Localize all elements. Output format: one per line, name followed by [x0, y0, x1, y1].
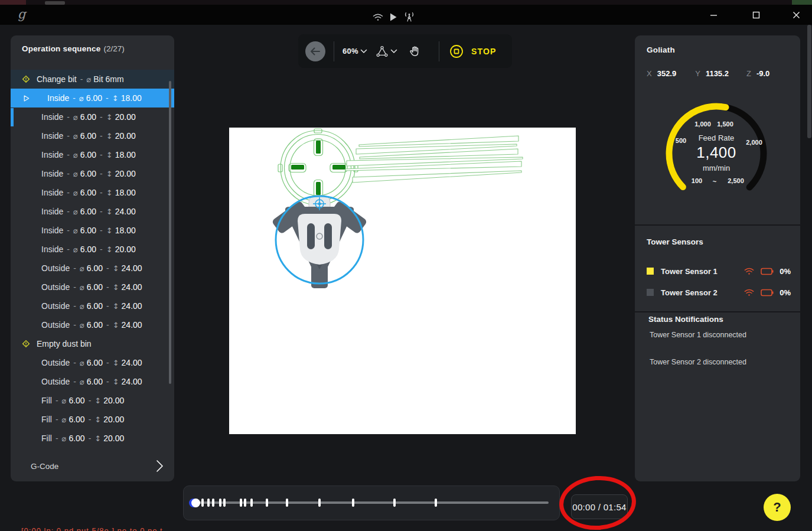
x-value: 352.9: [657, 69, 677, 78]
window-scrollbar[interactable]: [807, 25, 811, 138]
pan-tool-button[interactable]: [408, 44, 421, 58]
sensor-color-swatch: [647, 289, 654, 296]
timeline-track[interactable]: [194, 501, 549, 504]
operation-row[interactable]: Inside-⌀6.00-↕20.00: [11, 164, 174, 183]
operation-row[interactable]: Fill-⌀6.00-↕20.00: [11, 429, 174, 448]
machine-name: Goliath: [647, 45, 675, 54]
operation-row[interactable]: Inside-⌀6.00-↕20.00: [11, 107, 174, 126]
operation-row[interactable]: Outside-⌀6.00-↕24.00: [11, 278, 174, 297]
operation-row[interactable]: Inside-⌀6.00-↕20.00: [11, 240, 174, 259]
sensor-label: Tower Sensor 2: [661, 288, 743, 297]
y-value: 1135.2: [706, 69, 729, 78]
z-value: -9.0: [756, 69, 769, 78]
view-mode-dropdown[interactable]: [376, 45, 397, 57]
view-cone-icon: [376, 45, 389, 57]
operation-row[interactable]: Outside-⌀6.00-↕24.00: [11, 259, 174, 278]
timeline-tick: [207, 499, 210, 507]
help-label: ?: [773, 500, 781, 515]
titlebar: g: [0, 5, 812, 25]
play-status-icon: [389, 12, 397, 24]
operation-row[interactable]: Fill-⌀6.00-↕20.00: [11, 410, 174, 429]
operation-row[interactable]: Inside-⌀6.00-↕18.00: [11, 145, 174, 164]
gauge-title: Feed Rate: [699, 133, 735, 142]
x-label: X: [647, 69, 652, 78]
sensor-label: Tower Sensor 1: [661, 267, 743, 276]
feed-rate-unit: mm/min: [703, 164, 730, 172]
top-edge-artifact: [0, 0, 812, 5]
zoom-value: 60%: [343, 47, 358, 56]
operation-row[interactable]: Outside-⌀6.00-↕24.00: [11, 315, 174, 334]
machine-coordinates: X 352.9 Y 1135.2 Z -9.0: [647, 69, 769, 78]
slot-fills: [291, 141, 345, 195]
antenna-status-icon: [402, 12, 416, 25]
zoom-dropdown[interactable]: 60%: [343, 47, 367, 56]
timeline-tick: [240, 499, 242, 507]
minimize-button[interactable]: [700, 5, 726, 25]
job-canvas[interactable]: [229, 128, 576, 434]
sensor-row: Tower Sensor 10%: [647, 264, 791, 278]
operation-row[interactable]: Inside-⌀6.00-↕20.00: [11, 126, 174, 145]
machine-panel: Goliath X 352.9 Y 1135.2 Z -9.0 1,000 1,…: [635, 35, 800, 481]
operation-list: Change bit-⌀Bit 6mmInside-⌀6.00-↕18.00In…: [11, 70, 174, 448]
play-outline-icon: [22, 94, 31, 103]
stop-button[interactable]: STOP: [449, 44, 497, 59]
timeline-tick: [393, 499, 396, 507]
timeline-bar: [183, 486, 560, 520]
operation-row[interactable]: Fill-⌀6.00-↕20.00: [11, 391, 174, 410]
battery-icon: [761, 289, 775, 297]
sensor-row: Tower Sensor 20%: [647, 285, 791, 299]
warning-diamond-icon: [21, 339, 31, 348]
sensor-color-swatch: [647, 268, 654, 275]
sidebar-scrollbar[interactable]: [169, 81, 171, 384]
gauge-tick-500: 500: [676, 137, 686, 144]
operation-row[interactable]: Inside-⌀6.00-↕18.00: [11, 221, 174, 240]
chevron-right-icon: [156, 460, 164, 475]
close-button[interactable]: [783, 5, 809, 25]
operation-row[interactable]: Inside-⌀6.00-↕24.00: [11, 202, 174, 221]
tower-sensors-title: Tower Sensors: [647, 237, 703, 246]
clipped-bottom-annotation: [0:00 ln: 0 nd nut 5/8e ] ne to 0 ne t: [21, 526, 163, 531]
time-value: 00:00 / 01:54: [572, 502, 626, 512]
stop-label: STOP: [471, 47, 497, 56]
timeline-tick: [219, 499, 221, 507]
stop-icon: [449, 44, 464, 59]
timeline-tick: [266, 499, 268, 507]
panel-divider: [635, 224, 800, 226]
operation-parent-row[interactable]: Empty dust bin: [11, 334, 174, 353]
notification-item: Tower Sensor 2 disconnected: [650, 358, 746, 366]
y-label: Y: [695, 69, 700, 78]
hand-pan-icon: [408, 44, 421, 58]
toolbar-divider: [439, 41, 439, 61]
gauge-tick-1500: 1,500: [717, 120, 733, 128]
gauge-tilde: ~: [713, 178, 716, 185]
operation-row[interactable]: Outside-⌀6.00-↕24.00: [11, 372, 174, 391]
panel-divider: [635, 311, 800, 312]
gcode-row[interactable]: G-Code: [11, 454, 174, 478]
warning-diamond-icon: [21, 74, 31, 84]
ring-pattern: [278, 129, 358, 207]
timeline-tick: [352, 499, 354, 507]
timeline-tick: [318, 499, 321, 507]
battery-icon: [761, 268, 775, 275]
back-button[interactable]: [305, 41, 325, 61]
operation-sequence-header: Operation sequence(2/27): [22, 44, 125, 53]
wedge-slats: [345, 136, 523, 183]
simulation-toolbar: 60% STOP: [298, 34, 512, 68]
operation-row[interactable]: Inside-⌀6.00-↕18.00: [11, 89, 174, 107]
chevron-down-icon: [360, 49, 367, 54]
help-button[interactable]: ?: [764, 494, 791, 521]
timeline-playhead[interactable]: [191, 499, 200, 507]
chevron-down-icon: [390, 49, 397, 54]
gauge-tick-max: 2,500: [728, 177, 744, 184]
operation-row[interactable]: Inside-⌀6.00-↕18.00: [11, 183, 174, 202]
operation-row[interactable]: Outside-⌀6.00-↕24.00: [11, 353, 174, 372]
feed-rate-value: 1,400: [696, 144, 736, 162]
wifi-icon: [743, 267, 755, 276]
feed-rate-gauge: 1,000 1,500 500 2,000 Feed Rate 1,400 mm…: [664, 102, 768, 206]
timeline-tick: [223, 499, 226, 507]
toolbar-divider: [334, 41, 334, 61]
operation-row[interactable]: Outside-⌀6.00-↕24.00: [11, 297, 174, 315]
operation-parent-row[interactable]: Change bit-⌀Bit 6mm: [11, 70, 174, 89]
maximize-button[interactable]: [743, 5, 769, 25]
operation-sequence-panel: Operation sequence(2/27) Change bit-⌀Bit…: [11, 35, 174, 481]
